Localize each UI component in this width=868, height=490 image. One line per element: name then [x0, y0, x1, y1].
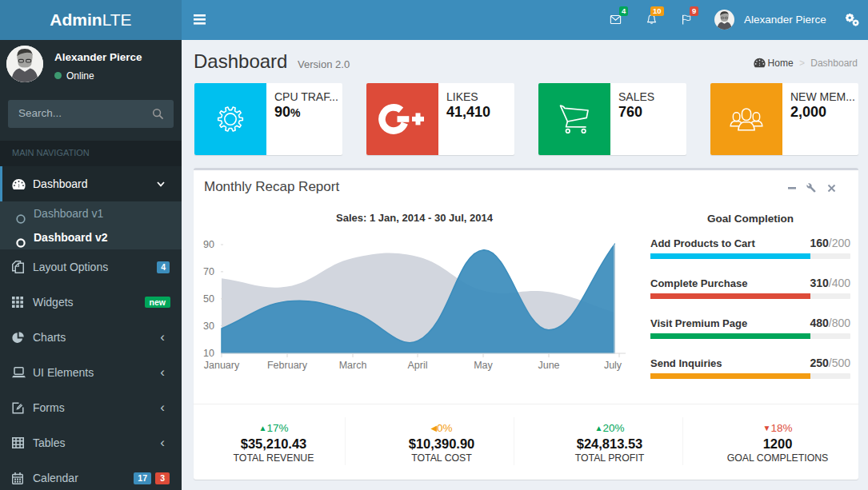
svg-text:90: 90: [203, 239, 214, 250]
svg-text:10: 10: [203, 348, 214, 359]
svg-text:February: February: [267, 360, 308, 371]
svg-text:70: 70: [203, 266, 214, 277]
svg-text:June: June: [538, 360, 559, 371]
svg-text:April: April: [407, 360, 427, 371]
svg-text:50: 50: [203, 293, 214, 305]
svg-text:May: May: [474, 360, 493, 371]
svg-text:30: 30: [203, 321, 214, 332]
svg-text:January: January: [204, 360, 240, 371]
svg-text:March: March: [339, 360, 367, 371]
svg-text:July: July: [604, 360, 622, 371]
